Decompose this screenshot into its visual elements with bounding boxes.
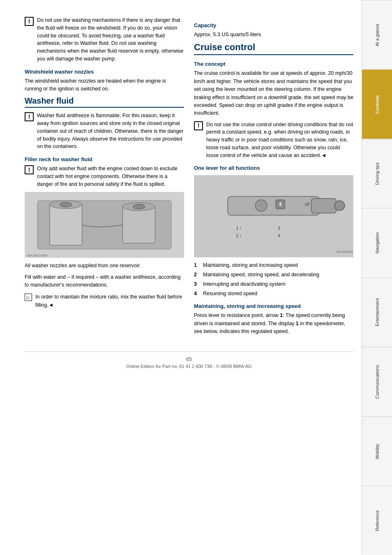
top-warning-text: Do not use the washing mechanisms if the… [37,16,184,63]
reservoir-image: 00C35210596 [25,192,184,258]
windshield-nozzles-title: Windshield washer nozzles [25,69,184,75]
list-item-3: 3 Interrupting and deactivating system [194,280,353,288]
warning-icon: ! [25,17,34,26]
tab-entertainment[interactable]: Entertainment [362,278,392,347]
list-num-2: 2 [194,271,200,279]
left-column: ! Do not use the washing mechanisms if t… [25,16,184,339]
svg-rect-11 [311,199,336,213]
filler-warning-box: ! Only add washer fluid with the engine … [25,165,184,188]
main-content: ! Do not use the washing mechanisms if t… [0,0,362,555]
tab-driving-tips[interactable]: Driving tips [362,139,392,208]
svg-text:4: 4 [278,234,280,238]
list-text-2: Maintaining speed, storing speed, and de… [203,271,319,279]
list-num-1: 1 [194,261,200,269]
cruise-warning-text: Do not use the cruise control under driv… [206,121,353,160]
page-container: ! Do not use the washing mechanisms if t… [0,0,392,555]
svg-rect-9 [194,176,353,257]
svg-text:1 ↑: 1 ↑ [236,226,242,231]
windshield-nozzles-text: The windshield washer nozzles are heated… [25,77,184,93]
svg-text:00C3515096A: 00C3515096A [336,250,353,254]
mixture-note-text: In order to maintain the mixture ratio, … [35,293,184,309]
filler-warning-icon: ! [25,165,34,174]
svg-point-7 [133,204,145,209]
concept-text: The cruise control is available for use … [194,69,353,117]
svg-text:3: 3 [278,226,280,231]
reservoir-text: All washer nozzles are supplied from one… [25,262,184,270]
two-column-layout: ! Do not use the washing mechanisms if t… [25,16,353,339]
list-item-2: 2 Maintaining speed, storing speed, and … [194,271,353,279]
page-number: 65 [25,356,353,362]
capacity-text: Approx. 5.3 US quarts/5 liters [194,31,353,39]
note-icon [25,294,32,301]
washer-warning-text: Washer fluid antifreeze is flammable. Fo… [37,112,184,150]
svg-text:off: off [305,202,309,207]
cruise-warning-icon: ! [194,121,203,130]
list-text-3: Interrupting and deactivating system [203,280,286,288]
mixture-note-box: In order to maintain the mixture ratio, … [25,293,184,309]
tab-controls[interactable]: Controls [362,69,392,139]
svg-text:4: 4 [279,201,282,207]
tab-mobility[interactable]: Mobility [362,416,392,486]
list-item-1: 1 Maintaining, storing and increasing sp… [194,261,353,269]
svg-rect-2 [50,205,82,245]
page-footer: 65 Online Edition for Part no. 01 41 2 6… [25,352,353,369]
list-num-3: 3 [194,280,200,288]
list-item-4: 4 Resuming stored speed [194,290,353,298]
maintaining-speed-text: Press lever to resistance point, arrow 1… [194,312,353,335]
washer-fluid-section: Washer fluid ! Washer fluid antifreeze i… [25,96,184,309]
svg-text:2 ↓: 2 ↓ [236,234,242,238]
copyright-text: Online Edition for Part no. 01 41 2 600 … [25,364,353,369]
washer-fluid-title: Washer fluid [25,96,184,108]
svg-point-12 [334,201,344,210]
tab-reference[interactable]: Reference [362,486,392,555]
capacity-title: Capacity [194,22,353,28]
right-column: Capacity Approx. 5.3 US quarts/5 liters … [194,16,353,339]
one-lever-title: One lever for all functions [194,165,353,171]
list-num-4: 4 [194,290,200,298]
svg-point-16 [255,200,267,211]
fill-text: Fill with water and – if required – with… [25,273,184,289]
svg-rect-5 [122,207,155,243]
right-tabs: At a glance Controls Driving tips Naviga… [362,0,392,555]
tab-communications[interactable]: Communications [362,347,392,416]
list-text-4: Resuming stored speed [203,290,257,298]
tab-navigation[interactable]: Navigation [362,208,392,278]
lever-functions-list: 1 Maintaining, storing and increasing sp… [194,261,353,297]
cruise-warning-box: ! Do not use the cruise control under dr… [194,121,353,160]
washer-warning-icon: ! [25,112,34,121]
filler-neck-title: Filler neck for washer fluid [25,156,184,162]
svg-text:00C35210596: 00C35210596 [27,254,48,257]
maintaining-speed-title: Maintaining, storing and increasing spee… [194,303,353,309]
concept-title: The concept [194,61,353,67]
cruise-control-title: Cruise control [194,42,353,55]
tab-at-a-glance[interactable]: At a glance [362,0,392,69]
washer-warning-box: ! Washer fluid antifreeze is flammable. … [25,112,184,150]
filler-warning-text: Only add washer fluid with the engine co… [37,165,184,188]
list-text-1: Maintaining, storing and increasing spee… [203,261,298,269]
svg-point-4 [60,202,72,207]
top-warning-box: ! Do not use the washing mechanisms if t… [25,16,184,63]
cruise-lever-image: 4 off 1 ↑ 2 ↓ 3 4 00C3515096A [194,175,353,257]
